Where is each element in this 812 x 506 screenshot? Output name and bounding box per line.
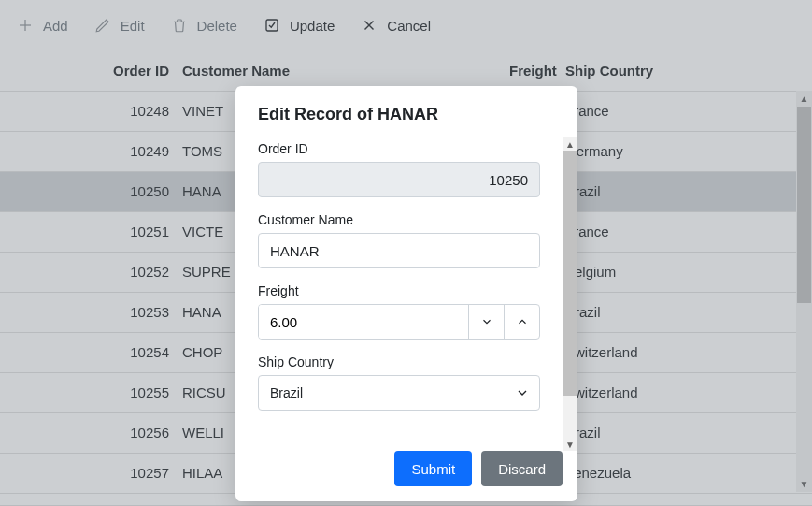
dialog-body: Order ID Customer Name Freight — [235, 137, 577, 451]
customer-name-label: Customer Name — [258, 212, 540, 227]
freight-spinner — [258, 304, 540, 340]
field-freight: Freight — [258, 283, 540, 340]
field-customer-name: Customer Name — [258, 212, 540, 268]
freight-increment[interactable] — [504, 305, 539, 339]
dialog-form: Order ID Customer Name Freight — [235, 137, 563, 411]
field-ship-country: Ship Country Brazil — [258, 354, 540, 411]
freight-input[interactable] — [259, 305, 468, 339]
dialog-scroll-thumb[interactable] — [563, 151, 577, 396]
dialog-title: Edit Record of HANAR — [235, 86, 577, 137]
field-order-id: Order ID — [258, 141, 540, 197]
edit-dialog: Edit Record of HANAR Order ID Customer N… — [235, 86, 577, 501]
discard-button[interactable]: Discard — [481, 451, 563, 486]
ship-country-select[interactable]: Brazil — [258, 375, 540, 411]
ship-country-value: Brazil — [270, 385, 303, 400]
dialog-scrollbar[interactable]: ▲ ▼ — [563, 137, 577, 451]
ship-country-label: Ship Country — [258, 354, 540, 369]
order-id-label: Order ID — [258, 141, 540, 156]
freight-decrement[interactable] — [468, 305, 504, 339]
chevron-down-icon — [515, 385, 530, 400]
dialog-scroll-up[interactable]: ▲ — [563, 137, 577, 151]
dialog-footer: Submit Discard — [235, 451, 577, 501]
freight-label: Freight — [258, 283, 540, 298]
order-id-input — [258, 162, 540, 197]
submit-button[interactable]: Submit — [394, 451, 472, 486]
dialog-scroll-down[interactable]: ▼ — [563, 438, 577, 451]
customer-name-input[interactable] — [258, 233, 540, 268]
